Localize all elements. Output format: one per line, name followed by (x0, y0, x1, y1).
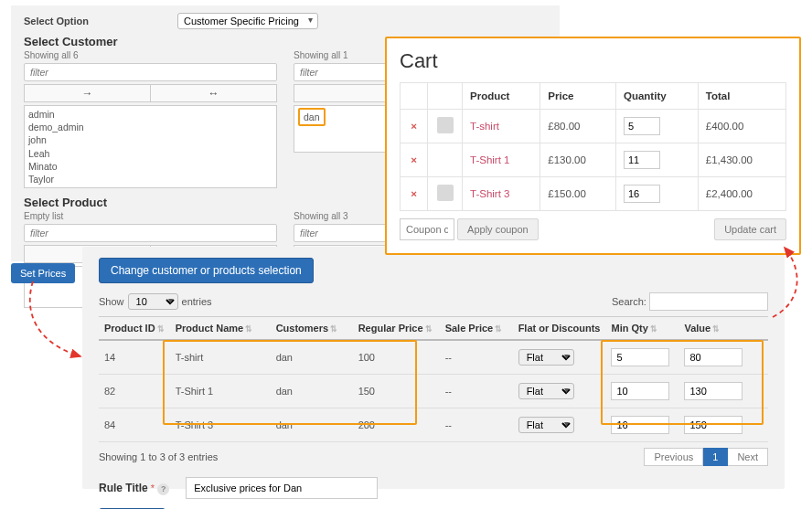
pager-page[interactable]: 1 (703, 448, 728, 466)
min-qty-input[interactable] (611, 382, 669, 400)
search-label: Search: (612, 296, 646, 307)
pager: Previous 1 Next (644, 448, 768, 466)
select-option-label: Select Option (24, 16, 177, 27)
remove-item-button[interactable]: × (401, 110, 428, 143)
customer-left-filter[interactable] (24, 63, 277, 81)
value-input[interactable] (684, 416, 743, 434)
cart-qty-input[interactable] (624, 117, 660, 135)
remove-item-button[interactable]: × (401, 177, 428, 211)
cart-row: × T-Shirt 3 £150.00 £2,400.00 (401, 177, 786, 211)
sort-icon[interactable]: ⇅ (245, 324, 252, 334)
cart-panel: Cart Product Price Quantity Total × T-sh… (385, 37, 801, 255)
pricing-grid: Product ID⇅ Product Name⇅ Customers⇅ Reg… (99, 316, 768, 442)
product-left-count: Empty list (24, 211, 277, 221)
cart-qty-input[interactable] (624, 151, 660, 169)
cart-row: × T-shirt £80.00 £400.00 (401, 110, 786, 143)
select-option-dropdown[interactable]: Customer Specific Pricing (177, 13, 318, 29)
move-all-button[interactable]: ↔ (151, 84, 277, 102)
remove-item-button[interactable]: × (401, 143, 428, 177)
customer-available-list[interactable]: admin demo_admin john Leah Minato Taylor (24, 105, 277, 188)
cart-title: Cart (400, 49, 786, 73)
table-row: 82 T-Shirt 1 dan 150 -- Flat (99, 375, 768, 408)
sort-icon[interactable]: ⇅ (157, 324, 165, 334)
tshirt-icon (437, 117, 454, 133)
cart-product-link[interactable]: T-Shirt 3 (463, 177, 540, 211)
rule-title-input[interactable] (186, 477, 378, 499)
update-cart-button[interactable]: Update cart (714, 218, 786, 240)
cart-row: × T-Shirt 1 £130.00 £1,430.00 (401, 143, 786, 177)
sort-icon[interactable]: ⇅ (650, 324, 657, 334)
selected-customer-chip: dan (298, 108, 326, 126)
value-input[interactable] (684, 382, 743, 400)
discount-mode-select[interactable]: Flat (518, 383, 574, 399)
show-label: Show (99, 296, 124, 307)
cart-product-link[interactable]: T-shirt (463, 110, 540, 143)
product-thumbnail (428, 110, 463, 143)
rule-title-label: Rule Title (99, 482, 148, 494)
rule-panel: Change customer or products selection Sh… (82, 247, 785, 489)
entries-select[interactable]: 10 (128, 293, 178, 310)
move-right-button[interactable]: → (24, 84, 151, 102)
set-prices-button[interactable]: Set Prices (11, 263, 75, 283)
entries-label: entries (182, 296, 212, 307)
min-qty-input[interactable] (611, 416, 669, 434)
cart-table: Product Price Quantity Total × T-shirt £… (400, 82, 786, 211)
pager-prev[interactable]: Previous (644, 448, 703, 466)
search-input[interactable] (649, 292, 768, 311)
grid-footer-info: Showing 1 to 3 of 3 entries (99, 451, 218, 462)
table-row: 84 T-Shirt 3 dan 200 -- Flat (99, 408, 768, 442)
min-qty-input[interactable] (611, 348, 669, 366)
cart-product-link[interactable]: T-Shirt 1 (463, 143, 540, 177)
discount-mode-select[interactable]: Flat (518, 417, 574, 433)
sort-icon[interactable]: ⇅ (425, 324, 433, 334)
customer-left-count: Showing all 6 (24, 50, 277, 60)
required-star: * (151, 482, 155, 493)
value-input[interactable] (684, 348, 743, 366)
product-thumbnail (428, 177, 463, 211)
sort-icon[interactable]: ⇅ (330, 324, 337, 334)
product-left-filter[interactable] (24, 224, 277, 242)
pager-next[interactable]: Next (728, 448, 768, 466)
product-thumbnail (428, 143, 463, 177)
discount-mode-select[interactable]: Flat (518, 349, 574, 366)
help-icon[interactable]: ? (157, 483, 169, 495)
tshirt-icon (437, 185, 454, 201)
sort-icon[interactable]: ⇅ (495, 324, 502, 334)
apply-coupon-button[interactable]: Apply coupon (457, 218, 539, 240)
sort-icon[interactable]: ⇅ (712, 324, 720, 334)
cart-qty-input[interactable] (624, 185, 660, 203)
coupon-input[interactable] (400, 218, 454, 240)
change-selection-button[interactable]: Change customer or products selection (99, 258, 314, 283)
table-row: 14 T-shirt dan 100 -- Flat (99, 340, 768, 375)
